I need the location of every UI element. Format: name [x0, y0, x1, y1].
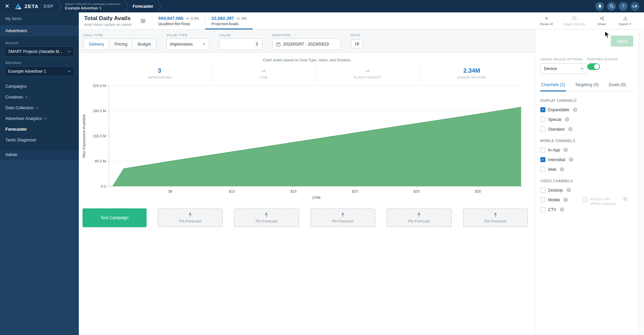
checkbox-row-special[interactable]: Special i: [540, 117, 569, 122]
checkbox-row-expandable[interactable]: ✓ Expandable i: [540, 107, 577, 112]
brand-suffix: DSP: [44, 4, 54, 9]
checkbox-in-app[interactable]: [540, 147, 545, 152]
goal-option-budget[interactable]: Budget: [132, 39, 156, 50]
sidebar-section-admin[interactable]: Admin: [0, 149, 79, 160]
pin-forecast-label: Pin Forecast: [408, 219, 430, 223]
goal-option-delivery[interactable]: Delivery: [84, 39, 109, 50]
info-icon[interactable]: i: [623, 197, 628, 201]
share-button[interactable]: Share: [595, 16, 608, 26]
chevron-down-icon: [581, 68, 584, 70]
advertiser-select[interactable]: Example Advertiser 1: [5, 66, 74, 76]
scrollbar-track[interactable]: [639, 29, 644, 335]
zeta-logo[interactable]: ZETA DSP: [14, 3, 54, 10]
user-avatar[interactable]: LA: [631, 2, 639, 11]
toggle-slice-by-button[interactable]: Toggle Slice By: [563, 16, 585, 26]
breadcrumb: SMART PROJECTS (VARIABLE MARGIN) Example…: [57, 0, 162, 12]
checkbox-desktop[interactable]: [540, 188, 545, 193]
checkbox-row-ctv[interactable]: CTV i: [540, 207, 564, 212]
svg-text:160.0 M: 160.0 M: [93, 134, 106, 138]
info-icon[interactable]: i: [565, 117, 569, 122]
checkbox-interstitial[interactable]: ✓: [540, 157, 545, 162]
checkbox-row-desktop[interactable]: Desktop i: [540, 188, 571, 193]
pin-forecast-slot[interactable]: Pin Forecast: [158, 208, 223, 227]
stat-tab-qualified-bid-reqs[interactable]: 594,847,085 +/- 0.2% Qualified Bid Reqs: [152, 12, 205, 29]
section-display-channels: DISPLAY CHANNELS ✓ Expandable i Special …: [540, 99, 633, 132]
info-icon[interactable]: i: [564, 148, 568, 152]
sidebar-item-advertiser-analytics[interactable]: Advertiser Analytics: [0, 113, 79, 124]
checkbox-row-web[interactable]: Web i: [540, 167, 564, 172]
notifications-button[interactable]: [595, 2, 604, 11]
avails-sliders-icon[interactable]: [140, 12, 146, 29]
pin-forecast-slot[interactable]: Pin Forecast: [310, 208, 376, 227]
pin-icon: [493, 212, 498, 218]
checkbox-vpaid[interactable]: [583, 197, 588, 202]
breadcrumb-chevron-icon: [57, 0, 62, 12]
pin-forecast-slot[interactable]: Pin Forecast: [463, 208, 528, 227]
value-type-group: VALUE TYPE Impressions: [166, 33, 209, 52]
panel-tabs: Channels (2) Targeting (0) Goals (0): [540, 79, 633, 91]
info-icon[interactable]: i: [564, 198, 568, 202]
export-button[interactable]: Export: [619, 16, 632, 26]
account-select[interactable]: SMART Projects (Variable M...: [5, 47, 74, 57]
checkbox-special[interactable]: [540, 117, 545, 122]
chart-metric-flight-budget: -- FLIGHT BUDGET: [316, 66, 420, 82]
apply-button[interactable]: Apply: [611, 36, 633, 47]
partner-margin-toggle[interactable]: [587, 63, 600, 70]
help-button[interactable]: ?: [619, 2, 628, 11]
sidebar-item-data-collection[interactable]: Data Collection: [0, 103, 79, 113]
close-icon[interactable]: ✕: [5, 3, 12, 10]
metric-value: 2.34M: [420, 67, 524, 74]
checkbox-label: Web: [548, 167, 556, 172]
pin-forecast-slot[interactable]: Pin Forecast: [234, 208, 299, 227]
checkbox-standard[interactable]: [540, 127, 545, 132]
checkbox-expandable[interactable]: ✓: [540, 107, 545, 112]
chevron-right-icon: [44, 117, 46, 120]
goal-option-pricing[interactable]: Pricing: [109, 39, 132, 50]
vpaid-option: Include only VPAID requests i: [583, 197, 635, 206]
tab-targeting-0[interactable]: Targeting (0): [575, 79, 599, 91]
sidebar-item-creatives[interactable]: Creatives: [0, 92, 79, 103]
stat-tab-projected-avails[interactable]: 22,582,397 +/- 0% Projected Avails: [205, 12, 253, 29]
info-icon[interactable]: i: [560, 207, 564, 212]
sidebar-item-campaigns[interactable]: Campaigns: [0, 81, 79, 92]
partner-margin-label: PARTNER MARGIN: [587, 57, 633, 61]
checkbox-mobile[interactable]: [540, 197, 545, 202]
pin-forecast-slot[interactable]: Pin Forecast: [386, 208, 452, 227]
sidebar-item-my-items[interactable]: My Items: [0, 12, 79, 24]
stat-label: Projected Avails: [211, 22, 247, 26]
info-icon[interactable]: i: [560, 167, 564, 172]
info-icon[interactable]: i: [568, 127, 573, 131]
checkbox-row-standard[interactable]: Standard i: [540, 127, 573, 132]
breadcrumb-page[interactable]: Forecaster: [129, 4, 157, 9]
stat-value: 594,847,085: [158, 16, 183, 21]
checkbox-row-mobile[interactable]: Mobile i: [540, 197, 568, 202]
sidebar-item-tactic-diagnoser[interactable]: Tactic Diagnoser: [0, 135, 79, 145]
sidebar-item-forecaster[interactable]: Forecaster: [0, 124, 79, 135]
value-input[interactable]: [219, 39, 262, 50]
value-type-value: Impressions: [170, 42, 193, 47]
forecast-slot-active[interactable]: Test Campaign: [83, 208, 147, 227]
goal-type-segmented-control: Delivery Pricing Budget: [84, 39, 156, 50]
metric-label: IMPRESSIONS: [108, 76, 211, 79]
metric-label: UNIQUE DEVICES: [420, 76, 524, 79]
info-icon[interactable]: i: [573, 108, 577, 112]
checkbox-row-interstitial[interactable]: ✓ Interstitial i: [540, 157, 573, 162]
sidebar-section-advertisers[interactable]: Advertisers: [0, 24, 79, 37]
search-button[interactable]: [607, 2, 616, 11]
checkbox-row-in-app[interactable]: In-App i: [540, 147, 568, 152]
reset-all-button[interactable]: Reset All: [540, 16, 553, 26]
breadcrumb-account-name: SMART PROJECTS (VARIABLE MARGIN): [65, 3, 121, 6]
duration-datepicker[interactable]: 2023/03/07 - 2023/03/23: [272, 39, 341, 50]
tab-channels-2[interactable]: Channels (2): [540, 79, 566, 91]
value-type-select[interactable]: Impressions: [166, 39, 209, 50]
breadcrumb-account[interactable]: SMART PROJECTS (VARIABLE MARGIN) Example…: [62, 3, 124, 10]
info-icon[interactable]: i: [569, 157, 573, 162]
info-icon[interactable]: i: [567, 188, 571, 192]
cross-device-select[interactable]: Device: [540, 63, 587, 74]
action-label: Reset All: [540, 22, 553, 26]
header-stats: 594,847,085 +/- 0.2% Qualified Bid Reqs …: [152, 12, 253, 29]
checkbox-web[interactable]: [540, 167, 545, 172]
tab-goals-0[interactable]: Goals (0): [608, 79, 627, 91]
sidebar-item-label: Campaigns: [5, 84, 26, 89]
checkbox-ctv[interactable]: [540, 207, 545, 212]
